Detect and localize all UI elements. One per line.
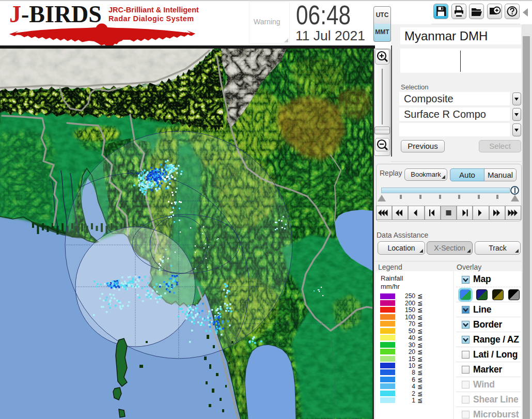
svg-text:Radar Dialogic System: Radar Dialogic System bbox=[108, 14, 194, 23]
svg-text:J-BIRDS: J-BIRDS bbox=[9, 1, 102, 27]
svg-text:450km: 450km bbox=[127, 169, 143, 176]
svg-text:JRC-Brilliant & Intelligent: JRC-Brilliant & Intelligent bbox=[108, 6, 199, 14]
